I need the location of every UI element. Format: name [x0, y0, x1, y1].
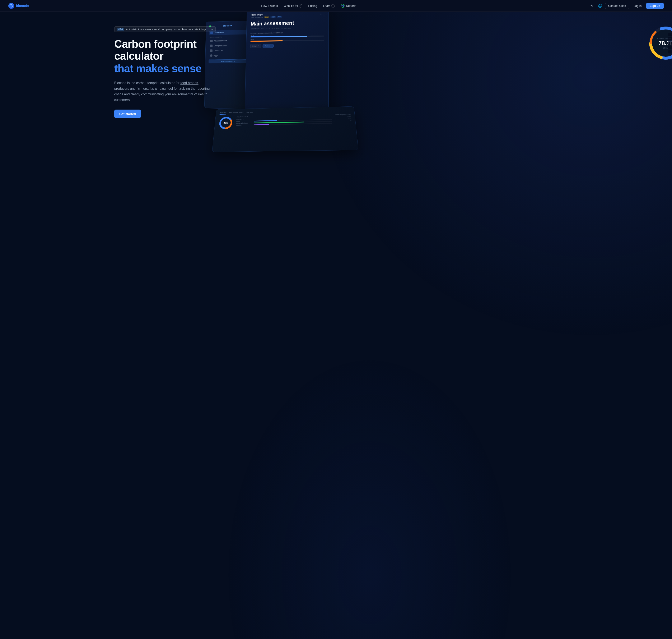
year2-badge: 2021 — [277, 16, 282, 18]
small-donut-svg: 40% — [218, 116, 234, 130]
learn-dropdown-icon: + — [331, 4, 335, 7]
carbon-bar2 — [251, 40, 324, 42]
hero-description: Biocode is the carbon footprint calculat… — [114, 80, 214, 103]
nav-reports-link[interactable]: Reports — [338, 2, 359, 9]
bottom-tabs: Overview Plant-specific results Field pl… — [220, 109, 351, 114]
draft-status-badge: Draft — [264, 16, 269, 18]
svg-point-16 — [651, 28, 672, 58]
hero-section: NEW Anton&Anton – even a small company c… — [0, 12, 672, 639]
crop-type-label: Field crops — [251, 13, 282, 16]
svg-point-11 — [651, 30, 672, 60]
assessment-meta-row: Main assessment Draft 2022 2021 — [251, 16, 282, 18]
dashboard-wrapper: BIOCODE OVERVIEW ASSESSMENTS All assessm… — [205, 12, 672, 143]
svg-point-4 — [342, 5, 343, 6]
right-val1: 31. — [668, 50, 672, 54]
right-label-calculation: Calculation — [668, 42, 672, 45]
partial-val2: 3.51 — [348, 118, 351, 119]
nav-item-learn[interactable]: Learn + — [321, 3, 337, 9]
get-started-button[interactable]: Get started — [114, 110, 141, 118]
svg-text:78.78: 78.78 — [658, 40, 672, 46]
svg-point-24 — [220, 118, 232, 128]
nav-item-how-it-works[interactable]: How it works — [259, 3, 280, 9]
nav-link-how-it-works[interactable]: How it works — [259, 3, 280, 9]
irrigation-label: Irrigation — [236, 124, 252, 126]
year-badge: 2022 — [271, 16, 276, 18]
nav-item-who-its-for[interactable]: Who it's for + — [281, 3, 305, 9]
right-label-created: Created on — [668, 46, 672, 49]
hero-link-reporting[interactable]: reporting — [196, 87, 210, 90]
hero-desc-rest: . It's an easy tool for tackling the — [148, 87, 197, 90]
logo[interactable]: biocode — [9, 3, 29, 9]
assessment-main-title: Main assessment — [251, 19, 324, 27]
svg-point-1 — [11, 5, 12, 6]
bar1-label: 78.78 — [251, 35, 254, 36]
nav-link-pricing[interactable]: Pricing — [306, 3, 320, 9]
globe-icon: 🌐 — [598, 4, 602, 8]
svg-point-18 — [654, 31, 672, 55]
contact-sales-button[interactable]: Contact sales — [605, 3, 629, 9]
navbar: biocode How it works Who it's for + Pric… — [0, 0, 672, 12]
badge-text: Anton&Anton – even a small company can a… — [126, 28, 209, 31]
svg-point-25 — [220, 118, 232, 128]
assessment-name-meta: Main assessment — [251, 16, 263, 18]
hero-desc-sep1: , — [198, 81, 199, 85]
svg-point-27 — [222, 119, 230, 127]
theme-toggle-button[interactable]: ☀ — [588, 2, 595, 9]
panel-options-icon[interactable] — [320, 12, 324, 16]
hero-badge[interactable]: NEW Anton&Anton – even a small company c… — [114, 26, 215, 32]
hero-desc-rest2: chaos and clearly communicating your env… — [114, 92, 208, 102]
hero-link-food-brands[interactable]: food brands — [180, 81, 198, 85]
right-label-editing: Editing — [668, 37, 672, 41]
dashboard-main-panel: Field crops Main assessment Draft 2022 2… — [245, 12, 329, 114]
reports-icon — [341, 4, 345, 8]
hero-visual: BIOCODE OVERVIEW ASSESSMENTS All assessm… — [205, 12, 672, 143]
tab-field-plots[interactable]: Field plots — [246, 111, 253, 114]
logo-icon — [9, 3, 14, 9]
svg-point-5 — [246, 25, 246, 25]
details-button[interactable]: Details ✏ — [250, 44, 261, 48]
irrigation-bar — [254, 123, 332, 125]
right-numbers-panel: Tube Editing Calculation Created on 31. — [668, 33, 672, 54]
partial-val1: 20.05 — [347, 116, 351, 117]
hero-desc-intro: Biocode is the carbon footprint calculat… — [114, 81, 180, 85]
inventory-row: Inventory ↻ — [236, 117, 332, 120]
svg-point-14 — [651, 28, 672, 58]
nav-item-pricing[interactable]: Pricing — [306, 3, 320, 9]
signup-button[interactable]: Sign up — [646, 3, 663, 9]
cultivation-section-label: CULTIVATION — [237, 114, 332, 118]
hero-link-producers[interactable]: producers — [114, 87, 129, 90]
actions-button[interactable]: Actions ↓ — [263, 44, 274, 48]
sun-icon: ☀ — [590, 4, 593, 8]
language-button[interactable]: 🌐 — [597, 2, 604, 9]
carbon-section-label: FOSSIL & BIOGENIC CARBON FOOTPRINT — [251, 32, 324, 34]
hero-link-farmers[interactable]: farmers — [137, 87, 148, 90]
hero-title: Carbon footprint calculator that makes s… — [114, 38, 236, 75]
seeds-bar — [254, 119, 332, 121]
svg-point-17 — [651, 28, 672, 58]
assessment-sub-info: CROP MODEL 2023 • ID: CM-1 • UPDATED 3 H… — [251, 27, 324, 30]
hero-desc-sep2: and — [129, 87, 137, 90]
main-panel-header: Field crops Main assessment Draft 2022 2… — [251, 12, 324, 18]
nav-link-who-its-for[interactable]: Who it's for + — [281, 3, 305, 9]
irrigation-row: Irrigation — [236, 123, 333, 126]
nav-link-learn[interactable]: Learn + — [321, 3, 337, 9]
nav-links: How it works Who it's for + Pricing Lear… — [259, 2, 359, 9]
hero-content: NEW Anton&Anton – even a small company c… — [114, 26, 236, 118]
seeds-label: Seeds — [236, 120, 253, 122]
badge-arrow-icon: → — [210, 28, 213, 31]
svg-point-26 — [220, 118, 232, 128]
action-row: Details ✏ Actions ↓ — [250, 44, 324, 48]
svg-point-12 — [651, 29, 672, 59]
svg-point-7 — [246, 26, 246, 26]
carbon-gauge-svg: CARBON FOOTPRINT i 78.78 t CO₂e — [647, 24, 672, 62]
svg-point-9 — [322, 14, 322, 14]
svg-point-8 — [320, 14, 321, 14]
svg-point-10 — [323, 14, 323, 14]
nav-right: ☀ 🌐 Contact sales Log in Sign up — [588, 2, 663, 9]
svg-text:t CO₂e: t CO₂e — [663, 47, 668, 49]
login-button[interactable]: Log in — [631, 3, 645, 9]
nav-item-reports[interactable]: Reports — [338, 2, 359, 9]
svg-text:CARBON FOOTPRINT: CARBON FOOTPRINT — [657, 38, 672, 40]
bar2-label: 45.39 — [251, 39, 254, 41]
partial-val3: — — [350, 120, 352, 121]
